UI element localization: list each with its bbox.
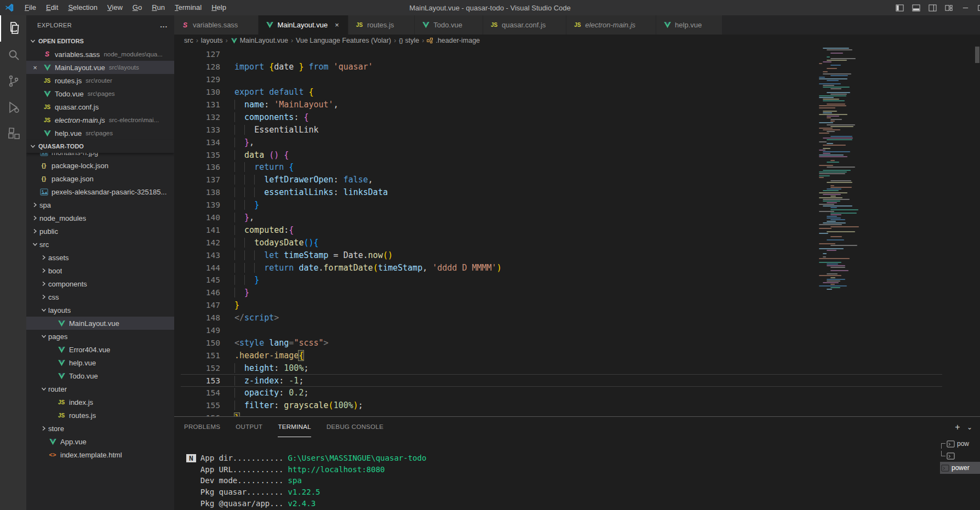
open-editors-header[interactable]: OPEN EDITORS [26,35,174,48]
panel-tab-problems[interactable]: PROBLEMS [184,417,220,437]
code-line-155[interactable]: 155 filter: grayscale(100%); [174,399,980,412]
tree-item-package-json[interactable]: {}package.json [26,172,174,185]
code-line-154[interactable]: 154 opacity: 0.2; [174,387,980,399]
line-content: export default { [234,87,314,97]
code-line-156[interactable]: 156} [174,412,980,416]
code-line-152[interactable]: 152 height: 100%; [174,362,980,374]
line-number: 133 [174,125,220,134]
open-editor-item[interactable]: ×MainLayout.vuesrc\layouts [26,61,174,74]
tree-item-boot[interactable]: boot [26,264,174,277]
tree-item-pages[interactable]: pages [26,330,174,343]
panel-tab-output[interactable]: OUTPUT [236,417,262,437]
menu-edit[interactable]: Edit [41,0,63,15]
chevron-right-icon [39,424,48,433]
menu-help[interactable]: Help [207,0,231,15]
tree-item-css[interactable]: css [26,290,174,303]
customize-layout-icon[interactable] [941,0,957,15]
code-line-150[interactable]: 150<style lang="scss"> [174,336,980,349]
close-icon[interactable]: × [31,64,39,72]
open-editor-item[interactable]: Svariables.sassnode_modules\qua... [26,48,174,61]
tree-item-spa[interactable]: spa [26,198,174,211]
breadcrumb-item[interactable]: layouts [201,37,223,44]
tree-item-todo-vue[interactable]: Todo.vue [26,369,174,382]
tree-item-index-template-html[interactable]: <>index.template.html [26,448,174,461]
menu-run[interactable]: Run [147,0,170,15]
terminal-instance[interactable]: pow [940,438,980,450]
tree-item-label: index.template.html [60,451,122,459]
breadcrumb-item[interactable]: MainLayout.vue [231,37,288,44]
menu-selection[interactable]: Selection [63,0,102,15]
tree-item-public[interactable]: public [26,225,174,238]
open-editor-item[interactable]: JSquasar.conf.js [26,100,174,113]
code-line-149[interactable]: 149 [174,324,980,337]
tree-item-index-js[interactable]: JSindex.js [26,396,174,409]
chevron-down-icon [39,306,48,314]
maximize-icon[interactable] [973,0,980,15]
code-line-153[interactable]: 153 z-index: -1; [174,374,980,387]
editor-tab-todo-vue[interactable]: Todo.vue× [415,15,483,35]
source-control-icon[interactable] [0,68,26,94]
sidebar-more-actions[interactable]: ... [160,21,168,29]
open-editor-item[interactable]: JSroutes.jssrc\router [26,74,174,87]
tree-item-router[interactable]: router [26,382,174,396]
open-editor-item[interactable]: JSelectron-main.jssrc-electron\mai... [26,113,174,127]
terminal-instance[interactable]: power [940,462,980,474]
tree-item-app-vue[interactable]: App.vue [26,435,174,448]
menu-go[interactable]: Go [128,0,147,15]
editor-tab-electron-main-js[interactable]: JSelectron-main.js× [566,15,656,35]
breadcrumb-item[interactable]: {}style [399,37,419,44]
editor-scrollbar-thumb[interactable] [975,47,979,63]
editor-scrollbar[interactable] [975,47,980,416]
toggle-sidebar-icon[interactable] [891,0,908,15]
explorer-icon[interactable] [0,15,26,42]
terminal-output[interactable]: NApp dir...........G:\Users\MASSINGUE\qu… [174,437,939,510]
tree-item-store[interactable]: store [26,422,174,435]
terminal-instance[interactable] [940,450,980,462]
tree-item-package-lock-json[interactable]: {}package-lock.json [26,159,174,172]
img-file-icon [39,187,48,196]
tree-item-components[interactable]: components [26,277,174,290]
panel-tab-debug-console[interactable]: DEBUG CONSOLE [326,417,383,437]
new-terminal-button[interactable]: + [950,422,965,432]
menu-terminal[interactable]: Terminal [170,0,207,15]
open-editor-item[interactable]: help.vuesrc\pages [26,127,174,140]
breadcrumb-item[interactable]: Vue Language Features (Volar) [296,37,391,44]
editor-tab-variables-sass[interactable]: Svariables.sass× [174,15,258,35]
tree-item-layouts[interactable]: layouts [26,303,174,317]
editor-tab-mainlayout-vue[interactable]: MainLayout.vue× [259,15,348,35]
minimize-icon[interactable] [957,0,973,15]
project-section-header[interactable]: QUASAR-TODO [26,140,174,153]
editor-tab-help-vue[interactable]: help.vue× [656,15,722,35]
minimap[interactable] [819,48,864,300]
editor-tab-routes-js[interactable]: JSroutes.js× [348,15,414,35]
tree-item-routes-js[interactable]: JSroutes.js [26,409,174,422]
code-editor[interactable]: 127128import {date } from 'quasar'129130… [174,47,980,416]
search-icon[interactable] [0,42,26,68]
tree-item-src[interactable]: src [26,238,174,251]
menu-file[interactable]: File [20,0,41,15]
extensions-icon[interactable] [0,121,26,147]
tree-item-pexels-aleksandar-pasaric-325185-[interactable]: pexels-aleksandar-pasaric-325185... [26,185,174,198]
panel-tab-terminal[interactable]: TERMINAL [278,417,311,437]
tree-item-error404-vue[interactable]: Error404.vue [26,343,174,356]
terminal-profile-dropdown[interactable]: ⌄ [965,423,975,431]
code-line-147[interactable]: 147} [174,299,980,312]
tree-item-mainlayout-vue[interactable]: MainLayout.vue [26,317,174,330]
tree-item-node-modules[interactable]: node_modules [26,211,174,225]
line-content: .header-image{ [234,351,303,360]
open-editor-item[interactable]: Todo.vuesrc\pages [26,87,174,100]
toggle-secondary-sidebar-icon[interactable] [924,0,941,15]
close-icon[interactable]: × [333,21,341,29]
toggle-panel-icon[interactable] [908,0,924,15]
explorer-sidebar: EXPLORER ... OPEN EDITORS Svariables.sas… [26,15,174,510]
editor-tab-quasar-conf-js[interactable]: JSquasar.conf.js× [483,15,566,35]
minimap-line [830,75,848,76]
breadcrumb-item[interactable]: src [184,37,193,44]
run-and-debug-icon[interactable] [0,94,26,121]
tree-item-help-vue[interactable]: help.vue [26,356,174,369]
code-line-148[interactable]: 148</script> [174,312,980,324]
breadcrumb-item[interactable]: .header-image [427,37,480,44]
code-line-151[interactable]: 151.header-image{ [174,349,980,362]
menu-view[interactable]: View [102,0,128,15]
tree-item-assets[interactable]: assets [26,251,174,264]
